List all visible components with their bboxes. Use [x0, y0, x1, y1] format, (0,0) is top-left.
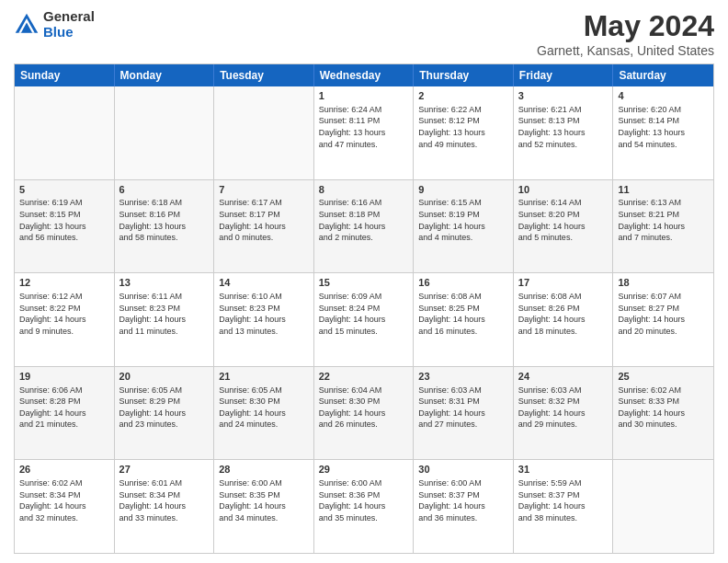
cell-text: Sunrise: 6:07 AM Sunset: 8:27 PM Dayligh…	[618, 291, 709, 337]
calendar-row: 1Sunrise: 6:24 AM Sunset: 8:11 PM Daylig…	[15, 86, 713, 180]
day-number: 16	[418, 276, 508, 290]
calendar-cell: 23Sunrise: 6:03 AM Sunset: 8:31 PM Dayli…	[414, 367, 514, 460]
calendar-cell: 31Sunrise: 5:59 AM Sunset: 8:37 PM Dayli…	[514, 460, 614, 553]
calendar-header-cell: Tuesday	[214, 64, 314, 86]
day-number: 12	[19, 276, 109, 290]
day-number: 11	[618, 183, 709, 197]
calendar-cell	[115, 86, 215, 179]
logo-icon	[14, 12, 40, 38]
day-number: 18	[618, 276, 709, 290]
day-number: 14	[219, 276, 309, 290]
calendar-cell: 14Sunrise: 6:10 AM Sunset: 8:23 PM Dayli…	[214, 273, 314, 366]
calendar-body: 1Sunrise: 6:24 AM Sunset: 8:11 PM Daylig…	[15, 86, 713, 553]
cell-text: Sunrise: 6:08 AM Sunset: 8:25 PM Dayligh…	[418, 291, 508, 337]
day-number: 27	[119, 463, 210, 477]
calendar-header-cell: Saturday	[613, 64, 713, 86]
calendar-cell: 13Sunrise: 6:11 AM Sunset: 8:23 PM Dayli…	[115, 273, 215, 366]
cell-text: Sunrise: 6:02 AM Sunset: 8:33 PM Dayligh…	[618, 385, 709, 431]
cell-text: Sunrise: 6:14 AM Sunset: 8:20 PM Dayligh…	[518, 197, 609, 243]
day-number: 20	[119, 370, 210, 384]
cell-text: Sunrise: 6:11 AM Sunset: 8:23 PM Dayligh…	[119, 291, 210, 337]
calendar-row: 19Sunrise: 6:06 AM Sunset: 8:28 PM Dayli…	[15, 367, 713, 461]
calendar-cell: 19Sunrise: 6:06 AM Sunset: 8:28 PM Dayli…	[15, 367, 115, 460]
day-number: 29	[319, 463, 409, 477]
calendar-cell: 17Sunrise: 6:08 AM Sunset: 8:26 PM Dayli…	[514, 273, 614, 366]
calendar-cell: 9Sunrise: 6:15 AM Sunset: 8:19 PM Daylig…	[414, 180, 514, 273]
day-number: 5	[19, 183, 109, 197]
header: General Blue May 2024 Garnett, Kansas, U…	[14, 9, 714, 58]
calendar-cell: 30Sunrise: 6:00 AM Sunset: 8:37 PM Dayli…	[414, 460, 514, 553]
calendar-cell: 29Sunrise: 6:00 AM Sunset: 8:36 PM Dayli…	[314, 460, 415, 553]
calendar-cell	[613, 460, 713, 553]
logo-general: General	[43, 9, 95, 25]
cell-text: Sunrise: 6:00 AM Sunset: 8:37 PM Dayligh…	[418, 477, 508, 523]
calendar-cell: 6Sunrise: 6:18 AM Sunset: 8:16 PM Daylig…	[115, 180, 215, 273]
calendar-header-cell: Monday	[115, 64, 215, 86]
day-number: 2	[418, 89, 508, 103]
cell-text: Sunrise: 6:01 AM Sunset: 8:34 PM Dayligh…	[119, 477, 210, 523]
calendar-cell: 28Sunrise: 6:00 AM Sunset: 8:35 PM Dayli…	[214, 460, 314, 553]
logo-text: General Blue	[43, 9, 95, 40]
cell-text: Sunrise: 6:13 AM Sunset: 8:21 PM Dayligh…	[618, 197, 709, 243]
calendar-cell: 3Sunrise: 6:21 AM Sunset: 8:13 PM Daylig…	[514, 86, 614, 179]
cell-text: Sunrise: 6:16 AM Sunset: 8:18 PM Dayligh…	[319, 197, 409, 243]
calendar-cell: 27Sunrise: 6:01 AM Sunset: 8:34 PM Dayli…	[115, 460, 215, 553]
cell-text: Sunrise: 6:15 AM Sunset: 8:19 PM Dayligh…	[418, 197, 508, 243]
day-number: 28	[219, 463, 309, 477]
cell-text: Sunrise: 6:20 AM Sunset: 8:14 PM Dayligh…	[618, 104, 709, 150]
day-number: 30	[418, 463, 508, 477]
cell-text: Sunrise: 6:09 AM Sunset: 8:24 PM Dayligh…	[319, 291, 409, 337]
calendar-cell	[15, 86, 115, 179]
calendar-cell: 12Sunrise: 6:12 AM Sunset: 8:22 PM Dayli…	[15, 273, 115, 366]
cell-text: Sunrise: 6:04 AM Sunset: 8:30 PM Dayligh…	[319, 385, 409, 431]
cell-text: Sunrise: 6:19 AM Sunset: 8:15 PM Dayligh…	[19, 197, 109, 243]
cell-text: Sunrise: 6:08 AM Sunset: 8:26 PM Dayligh…	[518, 291, 609, 337]
calendar-cell: 26Sunrise: 6:02 AM Sunset: 8:34 PM Dayli…	[15, 460, 115, 553]
day-number: 15	[319, 276, 409, 290]
calendar-row: 5Sunrise: 6:19 AM Sunset: 8:15 PM Daylig…	[15, 180, 713, 274]
day-number: 31	[518, 463, 609, 477]
calendar-cell: 11Sunrise: 6:13 AM Sunset: 8:21 PM Dayli…	[613, 180, 713, 273]
cell-text: Sunrise: 6:03 AM Sunset: 8:31 PM Dayligh…	[418, 385, 508, 431]
day-number: 21	[219, 370, 309, 384]
subtitle: Garnett, Kansas, United States	[537, 43, 714, 58]
calendar-row: 12Sunrise: 6:12 AM Sunset: 8:22 PM Dayli…	[15, 273, 713, 367]
calendar-cell: 22Sunrise: 6:04 AM Sunset: 8:30 PM Dayli…	[314, 367, 415, 460]
day-number: 3	[518, 89, 609, 103]
day-number: 8	[319, 183, 409, 197]
day-number: 13	[119, 276, 210, 290]
day-number: 17	[518, 276, 609, 290]
day-number: 1	[319, 89, 409, 103]
day-number: 10	[518, 183, 609, 197]
day-number: 4	[618, 89, 709, 103]
page: General Blue May 2024 Garnett, Kansas, U…	[0, 0, 728, 563]
calendar-cell: 24Sunrise: 6:03 AM Sunset: 8:32 PM Dayli…	[514, 367, 614, 460]
cell-text: Sunrise: 6:05 AM Sunset: 8:30 PM Dayligh…	[219, 385, 309, 431]
calendar-cell: 8Sunrise: 6:16 AM Sunset: 8:18 PM Daylig…	[314, 180, 415, 273]
day-number: 22	[319, 370, 409, 384]
calendar-cell: 5Sunrise: 6:19 AM Sunset: 8:15 PM Daylig…	[15, 180, 115, 273]
calendar-header-cell: Thursday	[414, 64, 514, 86]
cell-text: Sunrise: 6:22 AM Sunset: 8:12 PM Dayligh…	[418, 104, 508, 150]
calendar-cell: 18Sunrise: 6:07 AM Sunset: 8:27 PM Dayli…	[613, 273, 713, 366]
day-number: 19	[19, 370, 109, 384]
calendar-header-cell: Friday	[514, 64, 614, 86]
calendar-cell: 7Sunrise: 6:17 AM Sunset: 8:17 PM Daylig…	[214, 180, 314, 273]
calendar-header: SundayMondayTuesdayWednesdayThursdayFrid…	[15, 64, 713, 86]
calendar-cell: 15Sunrise: 6:09 AM Sunset: 8:24 PM Dayli…	[314, 273, 415, 366]
calendar-cell: 1Sunrise: 6:24 AM Sunset: 8:11 PM Daylig…	[314, 86, 415, 179]
day-number: 6	[119, 183, 210, 197]
logo-blue: Blue	[43, 25, 95, 40]
cell-text: Sunrise: 5:59 AM Sunset: 8:37 PM Dayligh…	[518, 477, 609, 523]
cell-text: Sunrise: 6:10 AM Sunset: 8:23 PM Dayligh…	[219, 291, 309, 337]
calendar-cell: 20Sunrise: 6:05 AM Sunset: 8:29 PM Dayli…	[115, 367, 215, 460]
calendar-header-cell: Wednesday	[314, 64, 415, 86]
cell-text: Sunrise: 6:00 AM Sunset: 8:35 PM Dayligh…	[219, 477, 309, 523]
day-number: 26	[19, 463, 109, 477]
calendar-row: 26Sunrise: 6:02 AM Sunset: 8:34 PM Dayli…	[15, 460, 713, 553]
cell-text: Sunrise: 6:12 AM Sunset: 8:22 PM Dayligh…	[19, 291, 109, 337]
cell-text: Sunrise: 6:24 AM Sunset: 8:11 PM Dayligh…	[319, 104, 409, 150]
calendar-cell: 2Sunrise: 6:22 AM Sunset: 8:12 PM Daylig…	[414, 86, 514, 179]
day-number: 25	[618, 370, 709, 384]
calendar-cell: 25Sunrise: 6:02 AM Sunset: 8:33 PM Dayli…	[613, 367, 713, 460]
